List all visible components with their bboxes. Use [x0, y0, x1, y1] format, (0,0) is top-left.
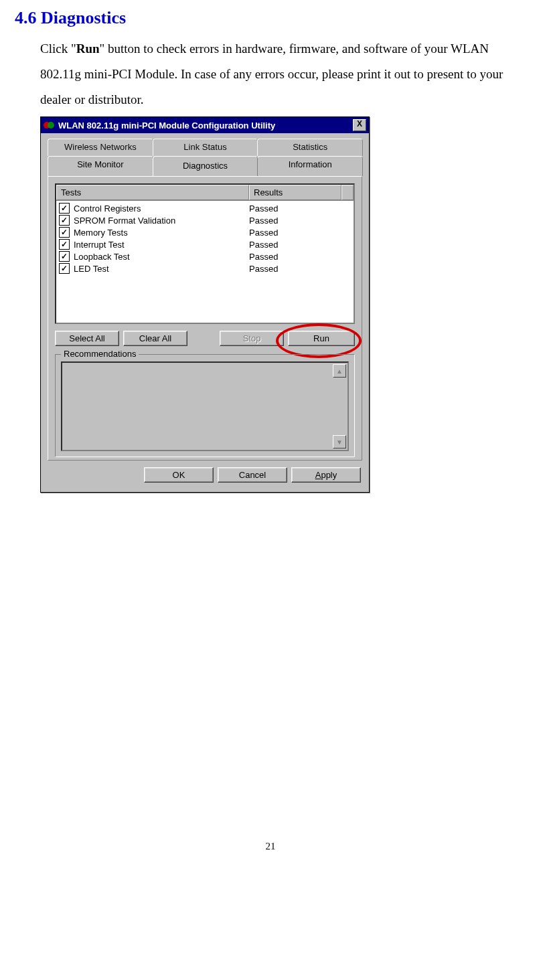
tab-diagnostics[interactable]: Diagnostics: [153, 156, 258, 176]
column-scroll-stub: [341, 185, 354, 200]
para-run-bold: Run: [76, 42, 100, 56]
tab-information[interactable]: Information: [257, 156, 363, 176]
tab-site-monitor[interactable]: Site Monitor: [48, 156, 153, 176]
checkbox-icon[interactable]: ✓: [59, 263, 70, 274]
test-name: Memory Tests: [74, 228, 249, 238]
tests-list: Tests Results ✓ Control Registers Passed…: [55, 183, 355, 324]
tab-wireless-networks[interactable]: Wireless Networks: [48, 139, 153, 156]
tab-strip: Wireless Networks Link Status Statistics…: [41, 133, 369, 176]
test-result: Passed: [249, 203, 351, 214]
test-name: SPROM Format Validation: [74, 216, 249, 226]
titlebar: WLAN 802.11g mini-PCI Module Configurati…: [41, 117, 369, 133]
body-paragraph: Click "Run" button to check errors in ha…: [40, 36, 528, 112]
test-result: Passed: [249, 228, 351, 238]
checkbox-icon[interactable]: ✓: [59, 203, 70, 214]
select-all-button[interactable]: Select All: [55, 331, 119, 346]
checkbox-icon[interactable]: ✓: [59, 215, 70, 226]
test-result: Passed: [249, 240, 351, 250]
list-header: Tests Results: [56, 185, 354, 201]
checkbox-icon[interactable]: ✓: [59, 227, 70, 238]
checkbox-icon[interactable]: ✓: [59, 251, 70, 262]
column-results[interactable]: Results: [249, 185, 341, 200]
config-dialog: WLAN 802.11g mini-PCI Module Configurati…: [40, 116, 370, 493]
checkbox-icon[interactable]: ✓: [59, 239, 70, 250]
list-item[interactable]: ✓ Memory Tests Passed: [58, 226, 352, 238]
test-result: Passed: [249, 216, 351, 226]
diagnostics-pane: Tests Results ✓ Control Registers Passed…: [48, 176, 362, 461]
list-item[interactable]: ✓ LED Test Passed: [58, 262, 352, 274]
diag-button-row: Select All Clear All Stop Run: [55, 324, 355, 349]
list-item[interactable]: ✓ Control Registers Passed: [58, 202, 352, 214]
dialog-bottom-buttons: OK Cancel Apply: [41, 461, 369, 488]
test-result: Passed: [249, 252, 351, 262]
list-item[interactable]: ✓ Loopback Test Passed: [58, 250, 352, 262]
test-name: Interrupt Test: [74, 240, 249, 250]
run-button[interactable]: Run: [288, 331, 355, 346]
ok-button[interactable]: OK: [144, 467, 214, 483]
tab-link-status[interactable]: Link Status: [153, 139, 258, 156]
scroll-down-button[interactable]: ▼: [333, 435, 346, 448]
stop-button: Stop: [220, 331, 284, 346]
test-name: LED Test: [74, 264, 249, 274]
apply-rest: pply: [321, 470, 337, 480]
app-icon: [44, 120, 54, 131]
list-body: ✓ Control Registers Passed ✓ SPROM Forma…: [56, 201, 354, 276]
para-part-b: " button to check errors in hardware, fi…: [40, 42, 503, 106]
window-title: WLAN 802.11g mini-PCI Module Configurati…: [58, 120, 353, 131]
section-heading: 4.6 Diagnostics: [15, 8, 528, 28]
scroll-up-button[interactable]: ▲: [333, 364, 346, 378]
page-number: 21: [13, 841, 528, 852]
close-button[interactable]: X: [353, 119, 366, 131]
column-tests[interactable]: Tests: [56, 185, 249, 200]
svg-point-1: [48, 122, 54, 129]
apply-button[interactable]: Apply: [291, 467, 361, 483]
list-item[interactable]: ✓ SPROM Format Validation Passed: [58, 214, 352, 226]
test-result: Passed: [249, 264, 351, 274]
test-name: Loopback Test: [74, 252, 249, 262]
recommendations-legend: Recommendations: [61, 349, 139, 359]
clear-all-button[interactable]: Clear All: [123, 331, 187, 346]
para-part-a: Click ": [40, 42, 76, 56]
list-item[interactable]: ✓ Interrupt Test Passed: [58, 238, 352, 250]
recommendations-group: Recommendations ▲ ▼: [55, 354, 355, 457]
recommendations-textbox: ▲ ▼: [61, 361, 349, 451]
cancel-button[interactable]: Cancel: [218, 467, 287, 483]
test-name: Control Registers: [74, 203, 249, 214]
tab-statistics[interactable]: Statistics: [257, 139, 363, 156]
